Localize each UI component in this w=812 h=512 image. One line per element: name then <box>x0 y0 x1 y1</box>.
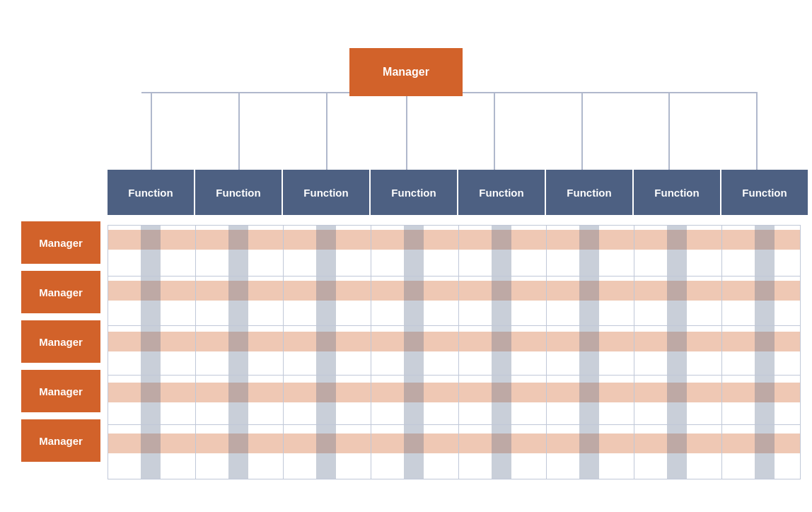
v-grid-line-7 <box>721 225 722 479</box>
func-connector-5 <box>494 92 495 171</box>
func-connector-8 <box>756 92 758 171</box>
function-label-3: Function <box>303 187 348 199</box>
manager-side-label-2: Manager <box>39 286 83 298</box>
manager-top-box: Manager <box>349 48 463 96</box>
h-grid-line-3 <box>108 375 801 376</box>
v-grid-line-4 <box>458 225 459 479</box>
function-label-5: Function <box>479 187 523 199</box>
function-label-7: Function <box>654 187 699 199</box>
manager-side-label-3: Manager <box>39 336 83 348</box>
function-box-1: Function <box>108 170 194 215</box>
function-box-4: Function <box>371 170 457 215</box>
grid-border <box>108 225 801 479</box>
func-connector-3 <box>326 92 327 171</box>
function-box-6: Function <box>546 170 632 215</box>
v-grid-line-3 <box>371 225 371 479</box>
manager-side-5: Manager <box>21 419 100 462</box>
func-connector-6 <box>581 92 583 171</box>
function-box-3: Function <box>283 170 369 215</box>
manager-side-1: Manager <box>21 221 100 264</box>
function-box-7: Function <box>634 170 720 215</box>
function-box-5: Function <box>458 170 545 215</box>
func-connector-2 <box>238 92 240 171</box>
manager-side-2: Manager <box>21 271 100 313</box>
manager-side-3: Manager <box>21 320 100 363</box>
manager-side-label-5: Manager <box>39 435 83 447</box>
function-label-8: Function <box>742 187 787 199</box>
manager-side-4: Manager <box>21 370 100 412</box>
function-box-2: Function <box>195 170 282 215</box>
manager-side-label-1: Manager <box>39 237 83 249</box>
function-label-4: Function <box>391 187 436 199</box>
manager-side-label-4: Manager <box>39 385 83 397</box>
manager-top-label: Manager <box>383 66 429 78</box>
function-label-1: Function <box>128 187 173 199</box>
v-grid-line-2 <box>283 225 284 479</box>
v-grid-line-5 <box>546 225 547 479</box>
func-connector-4 <box>406 92 407 171</box>
diagram-container: Manager Function Function Function Funct… <box>0 0 812 512</box>
func-connector-1 <box>151 92 152 171</box>
func-connector-7 <box>668 92 670 171</box>
function-label-2: Function <box>216 187 260 199</box>
function-box-8: Function <box>721 170 808 215</box>
function-label-6: Function <box>567 187 611 199</box>
h-grid-line-4 <box>108 424 801 425</box>
h-grid-line-1 <box>108 276 801 277</box>
h-grid-line-2 <box>108 325 801 326</box>
v-grid-line-6 <box>634 225 634 479</box>
v-grid-line-1 <box>195 225 196 479</box>
